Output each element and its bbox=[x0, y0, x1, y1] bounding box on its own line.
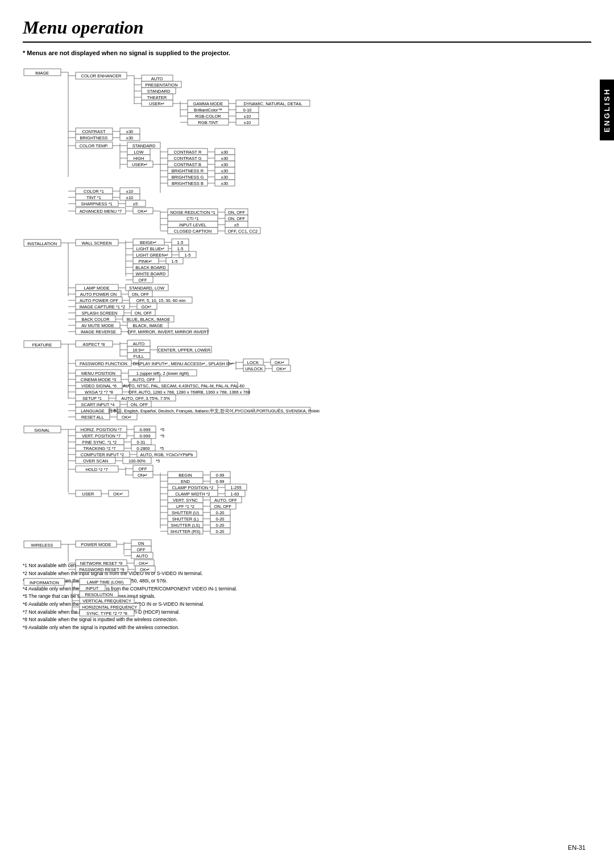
svg-text:AV MUTE MODE: AV MUTE MODE bbox=[81, 323, 114, 328]
svg-text:PINK↵: PINK↵ bbox=[139, 259, 153, 264]
svg-text:BEGIN: BEGIN bbox=[179, 473, 192, 478]
menu-tree-svg: text { font-family: Arial, sans-serif; f… bbox=[23, 63, 569, 552]
svg-text:CONTRAST G: CONTRAST G bbox=[173, 156, 201, 161]
svg-text:16:9↵: 16:9↵ bbox=[132, 348, 145, 353]
svg-text:SPLASH SCREEN: SPLASH SCREEN bbox=[82, 311, 118, 316]
svg-text:*5: *5 bbox=[156, 458, 160, 464]
svg-text:SIGNAL: SIGNAL bbox=[34, 428, 50, 433]
svg-text:SYNC. TYPE *2 *7 *8: SYNC. TYPE *2 *7 *8 bbox=[86, 611, 127, 616]
svg-text:HOLD *2 *7: HOLD *2 *7 bbox=[85, 467, 107, 472]
svg-text:LANGUAGE: LANGUAGE bbox=[81, 408, 105, 414]
svg-text:±10: ±10 bbox=[126, 189, 133, 194]
svg-text:ON, OFF: ON, OFF bbox=[131, 402, 148, 407]
footnote-9: *9 Available only when the signal is inp… bbox=[23, 624, 591, 632]
svg-text:USER: USER bbox=[82, 491, 94, 497]
svg-text:1-5: 1-5 bbox=[177, 246, 184, 251]
svg-text:USER↵: USER↵ bbox=[132, 162, 148, 167]
svg-text:COLOR TEMP.: COLOR TEMP. bbox=[80, 143, 109, 148]
svg-text:0-2800: 0-2800 bbox=[136, 446, 150, 451]
svg-text:VERTICAL FREQUENCY: VERTICAL FREQUENCY bbox=[82, 598, 131, 604]
svg-text:OK↵: OK↵ bbox=[113, 491, 123, 497]
svg-text:TRACKING *2 *7: TRACKING *2 *7 bbox=[83, 446, 115, 451]
svg-text:OK↵: OK↵ bbox=[140, 567, 150, 572]
svg-text:0-20: 0-20 bbox=[215, 529, 224, 534]
svg-text:OFF, AUTO, 1280 x 768, 1280 x : OFF, AUTO, 1280 x 768, 1280 x 768RB, 136… bbox=[128, 390, 250, 395]
svg-text:ADVANCED MENU *7: ADVANCED MENU *7 bbox=[80, 209, 122, 214]
svg-text:BLACK, IMAGE: BLACK, IMAGE bbox=[133, 323, 163, 328]
svg-text:NOISE REDUCTION *1: NOISE REDUCTION *1 bbox=[170, 210, 215, 215]
svg-text:0-20: 0-20 bbox=[215, 510, 224, 515]
svg-text:1-5: 1-5 bbox=[185, 253, 191, 258]
svg-text:STANDARD, LOW: STANDARD, LOW bbox=[129, 286, 165, 291]
svg-text:0-20: 0-20 bbox=[215, 516, 224, 522]
svg-text:IMAGE: IMAGE bbox=[35, 71, 49, 76]
svg-text:OFF: OFF bbox=[139, 278, 147, 283]
svg-text:AUTO: AUTO bbox=[151, 76, 163, 81]
svg-text:CONTRAST: CONTRAST bbox=[82, 129, 106, 134]
svg-text:±30: ±30 bbox=[221, 150, 228, 155]
svg-text:RGB-TINT: RGB-TINT bbox=[198, 120, 218, 125]
svg-text:SHUTTER (LS): SHUTTER (LS) bbox=[171, 523, 200, 528]
svg-text:PASSWORD RESET *9: PASSWORD RESET *9 bbox=[79, 567, 124, 572]
svg-text:VERT. SYNC: VERT. SYNC bbox=[173, 498, 198, 503]
svg-text:±10: ±10 bbox=[244, 114, 251, 119]
svg-text:INFORMATION: INFORMATION bbox=[30, 580, 59, 585]
svg-text:LAMP TIME (LOW): LAMP TIME (LOW) bbox=[87, 580, 124, 585]
menu-diagram: text { font-family: Arial, sans-serif; f… bbox=[23, 63, 569, 554]
svg-text:AUTO POWER OFF: AUTO POWER OFF bbox=[80, 298, 119, 303]
svg-text:VERT. POSITION *7: VERT. POSITION *7 bbox=[82, 433, 121, 439]
svg-text:AUTO POWER ON: AUTO POWER ON bbox=[80, 292, 117, 297]
svg-text:IMAGE CAPTURE *1 *2: IMAGE CAPTURE *1 *2 bbox=[80, 304, 125, 309]
svg-text:TINT *1: TINT *1 bbox=[86, 195, 101, 200]
svg-text:CLAMP WIDTH *2: CLAMP WIDTH *2 bbox=[175, 491, 210, 497]
svg-text:1-5: 1-5 bbox=[172, 259, 178, 264]
svg-text:FEATURE: FEATURE bbox=[32, 342, 52, 348]
svg-text:BrilliantColor™: BrilliantColor™ bbox=[194, 108, 222, 113]
svg-text:±5: ±5 bbox=[133, 201, 138, 206]
svg-text:RESOLUTION: RESOLUTION bbox=[85, 592, 113, 597]
svg-text:SCART INPUT *4: SCART INPUT *4 bbox=[81, 402, 115, 407]
svg-text:END: END bbox=[181, 479, 190, 484]
svg-text:AUTO: AUTO bbox=[133, 341, 145, 346]
svg-text:COLOR *1: COLOR *1 bbox=[84, 189, 104, 194]
svg-text:SHARPNESS *1: SHARPNESS *1 bbox=[81, 201, 112, 206]
svg-text:FULL: FULL bbox=[134, 354, 144, 359]
svg-text:BRIGHTNESS: BRIGHTNESS bbox=[80, 135, 108, 140]
svg-text:STANDARD: STANDARD bbox=[132, 143, 156, 148]
svg-text:AUTO, RGB, YCbCr/YPbPb: AUTO, RGB, YCbCr/YPbPb bbox=[140, 452, 193, 457]
svg-text:0-999: 0-999 bbox=[139, 433, 150, 439]
svg-text:OFF, MIRROR, INVERT, MIRROR IN: OFF, MIRROR, INVERT, MIRROR INVERT bbox=[127, 329, 209, 334]
svg-text:SHUTTER (L): SHUTTER (L) bbox=[172, 516, 199, 522]
svg-text:SHUTTER (RS): SHUTTER (RS) bbox=[171, 529, 201, 534]
svg-text:BLACK BOARD: BLACK BOARD bbox=[135, 265, 166, 270]
svg-text:RESET ALL: RESET ALL bbox=[81, 415, 104, 420]
svg-text:1-255: 1-255 bbox=[230, 485, 241, 490]
svg-text:DISPLAY INPUT↵, MENU ACCESS↵, : DISPLAY INPUT↵, MENU ACCESS↵, SPLASH ID↵ bbox=[133, 361, 235, 366]
svg-text:AUTO, OFF, 3.75%, 7.5%: AUTO, OFF, 3.75%, 7.5% bbox=[121, 396, 170, 401]
svg-text:±30: ±30 bbox=[221, 156, 228, 161]
svg-text:OK↵: OK↵ bbox=[139, 561, 149, 566]
svg-text:ASPECT *8: ASPECT *8 bbox=[82, 342, 105, 347]
svg-text:0-99: 0-99 bbox=[215, 473, 224, 478]
svg-text:ON: ON bbox=[138, 541, 144, 546]
svg-text:OVER SCAN: OVER SCAN bbox=[83, 458, 108, 464]
svg-text:LIGHT GREEN↵: LIGHT GREEN↵ bbox=[136, 253, 169, 258]
svg-text:CLOSED CAPTION: CLOSED CAPTION bbox=[174, 229, 211, 234]
svg-text:MENU POSITION: MENU POSITION bbox=[81, 371, 115, 376]
svg-text:±30: ±30 bbox=[221, 162, 228, 167]
svg-text:DYNAMIC, NATURAL, DETAIL: DYNAMIC, NATURAL, DETAIL bbox=[243, 101, 302, 106]
svg-text:CENTER, UPPER, LOWER: CENTER, UPPER, LOWER bbox=[158, 348, 211, 353]
svg-text:HIGH: HIGH bbox=[134, 156, 144, 161]
svg-text:LAMP MODE: LAMP MODE bbox=[84, 286, 110, 291]
svg-text:AUTO, OFF: AUTO, OFF bbox=[132, 377, 155, 382]
svg-text:BRIGHTNESS B: BRIGHTNESS B bbox=[172, 181, 204, 186]
subtitle: * Menus are not displayed when no signal… bbox=[23, 49, 591, 56]
svg-text:HORIZ. POSITION *7: HORIZ. POSITION *7 bbox=[81, 427, 122, 432]
svg-text:ON, OFF: ON, OFF bbox=[228, 210, 246, 215]
page-number: EN-31 bbox=[568, 844, 586, 851]
english-label: ENGLISH bbox=[600, 80, 614, 140]
svg-text:CTI *1: CTI *1 bbox=[186, 216, 198, 221]
svg-text:ON, OFF: ON, OFF bbox=[135, 311, 152, 316]
svg-text:RGB-COLOR: RGB-COLOR bbox=[195, 114, 221, 119]
svg-text:PRESENTATION: PRESENTATION bbox=[145, 82, 177, 88]
